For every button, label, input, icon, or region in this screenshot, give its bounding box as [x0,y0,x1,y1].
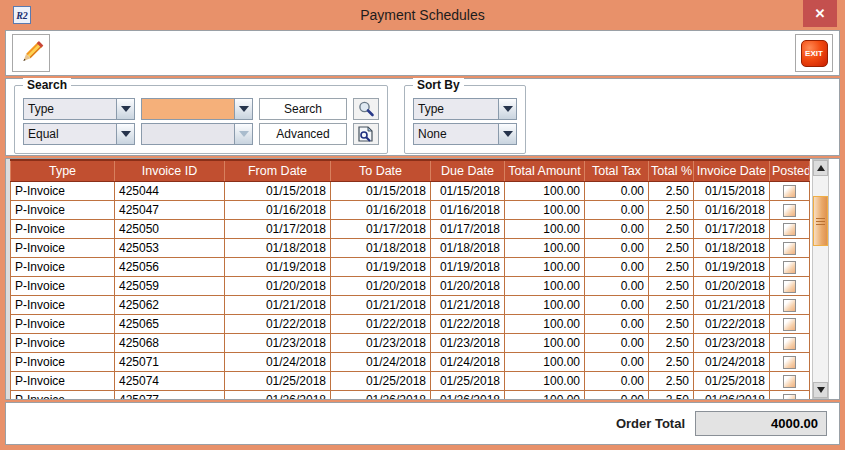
cell-total-tax[interactable]: 0.00 [585,314,649,333]
posted-checkbox[interactable] [783,356,796,369]
cell-type[interactable]: P-Invoice [11,257,115,276]
posted-checkbox[interactable] [783,337,796,350]
cell-invoice-id[interactable]: 425059 [115,276,225,295]
cell-posted[interactable] [770,276,810,295]
search-value-combobox[interactable] [141,98,253,120]
column-header-total-[interactable]: Total % [649,160,694,181]
cell-total-pct[interactable]: 2.50 [649,181,694,200]
cell-to-date[interactable]: 01/25/2018 [331,371,431,390]
cell-type[interactable]: P-Invoice [11,333,115,352]
cell-total-amount[interactable]: 100.00 [505,333,585,352]
cell-to-date[interactable]: 01/15/2018 [331,181,431,200]
cell-total-pct[interactable]: 2.50 [649,219,694,238]
table-row[interactable]: P-Invoice42505301/18/201801/18/201801/18… [11,238,810,257]
column-header-invoice-id[interactable]: Invoice ID [115,160,225,181]
cell-posted[interactable] [770,238,810,257]
cell-invoice-date[interactable]: 01/21/2018 [694,295,770,314]
cell-total-tax[interactable]: 0.00 [585,257,649,276]
cell-invoice-id[interactable]: 425044 [115,181,225,200]
edit-button[interactable] [12,34,50,72]
search-value-input[interactable] [142,99,234,119]
close-button[interactable]: ✕ [803,0,837,27]
cell-to-date[interactable]: 01/16/2018 [331,200,431,219]
cell-total-tax[interactable]: 0.00 [585,352,649,371]
cell-total-amount[interactable]: 100.00 [505,295,585,314]
cell-type[interactable]: P-Invoice [11,390,115,399]
scroll-down-button[interactable] [813,382,828,398]
cell-type[interactable]: P-Invoice [11,371,115,390]
cell-type[interactable]: P-Invoice [11,295,115,314]
cell-posted[interactable] [770,181,810,200]
cell-from-date[interactable]: 01/22/2018 [225,314,331,333]
cell-posted[interactable] [770,314,810,333]
cell-invoice-id[interactable]: 425068 [115,333,225,352]
table-row[interactable]: P-Invoice42506501/22/201801/22/201801/22… [11,314,810,333]
cell-total-amount[interactable]: 100.00 [505,276,585,295]
cell-from-date[interactable]: 01/19/2018 [225,257,331,276]
posted-checkbox[interactable] [783,299,796,312]
scrollbar-thumb[interactable] [813,196,828,246]
cell-invoice-date[interactable]: 01/16/2018 [694,200,770,219]
cell-invoice-id[interactable]: 425065 [115,314,225,333]
cell-total-amount[interactable]: 100.00 [505,314,585,333]
chevron-down-icon[interactable] [498,124,516,144]
cell-invoice-id[interactable]: 425077 [115,390,225,399]
cell-total-tax[interactable]: 0.00 [585,390,649,399]
search-operator-combobox[interactable]: Equal [23,123,135,145]
cell-type[interactable]: P-Invoice [11,219,115,238]
cell-total-tax[interactable]: 0.00 [585,238,649,257]
table-row[interactable]: P-Invoice42505601/19/201801/19/201801/19… [11,257,810,276]
cell-invoice-date[interactable]: 01/20/2018 [694,276,770,295]
cell-invoice-date[interactable]: 01/22/2018 [694,314,770,333]
cell-from-date[interactable]: 01/24/2018 [225,352,331,371]
cell-invoice-date[interactable]: 01/18/2018 [694,238,770,257]
cell-to-date[interactable]: 01/19/2018 [331,257,431,276]
cell-total-pct[interactable]: 2.50 [649,371,694,390]
cell-invoice-date[interactable]: 01/17/2018 [694,219,770,238]
posted-checkbox[interactable] [783,242,796,255]
table-row[interactable]: P-Invoice42504701/16/201801/16/201801/16… [11,200,810,219]
cell-invoice-date[interactable]: 01/19/2018 [694,257,770,276]
cell-due-date[interactable]: 01/26/2018 [431,390,505,399]
cell-total-pct[interactable]: 2.50 [649,238,694,257]
cell-to-date[interactable]: 01/26/2018 [331,390,431,399]
cell-type[interactable]: P-Invoice [11,352,115,371]
cell-total-amount[interactable]: 100.00 [505,390,585,399]
cell-due-date[interactable]: 01/15/2018 [431,181,505,200]
cell-total-pct[interactable]: 2.50 [649,390,694,399]
cell-invoice-date[interactable]: 01/15/2018 [694,181,770,200]
advanced-button[interactable]: Advanced [259,123,347,145]
column-header-due-date[interactable]: Due Date [431,160,505,181]
column-header-from-date[interactable]: From Date [225,160,331,181]
cell-due-date[interactable]: 01/20/2018 [431,276,505,295]
cell-invoice-id[interactable]: 425071 [115,352,225,371]
cell-invoice-date[interactable]: 01/24/2018 [694,352,770,371]
cell-to-date[interactable]: 01/22/2018 [331,314,431,333]
cell-invoice-id[interactable]: 425056 [115,257,225,276]
column-header-posted[interactable]: Posted [770,160,810,181]
search-field-combobox[interactable]: Type [23,98,135,120]
cell-invoice-id[interactable]: 425074 [115,371,225,390]
cell-type[interactable]: P-Invoice [11,238,115,257]
posted-checkbox[interactable] [783,375,796,388]
table-row[interactable]: P-Invoice42507401/25/201801/25/201801/25… [11,371,810,390]
cell-total-amount[interactable]: 100.00 [505,371,585,390]
cell-total-amount[interactable]: 100.00 [505,200,585,219]
cell-due-date[interactable]: 01/24/2018 [431,352,505,371]
cell-invoice-id[interactable]: 425062 [115,295,225,314]
chevron-down-icon[interactable] [116,124,134,144]
cell-total-amount[interactable]: 100.00 [505,257,585,276]
search-icon-button[interactable] [353,98,379,120]
chevron-down-icon[interactable] [498,99,516,119]
cell-invoice-date[interactable]: 01/23/2018 [694,333,770,352]
cell-posted[interactable] [770,352,810,371]
cell-from-date[interactable]: 01/23/2018 [225,333,331,352]
table-row[interactable]: P-Invoice42506801/23/201801/23/201801/23… [11,333,810,352]
cell-due-date[interactable]: 01/17/2018 [431,219,505,238]
cell-total-pct[interactable]: 2.50 [649,276,694,295]
cell-from-date[interactable]: 01/25/2018 [225,371,331,390]
cell-invoice-id[interactable]: 425053 [115,238,225,257]
cell-total-tax[interactable]: 0.00 [585,200,649,219]
vertical-scrollbar[interactable] [812,159,829,399]
cell-due-date[interactable]: 01/18/2018 [431,238,505,257]
